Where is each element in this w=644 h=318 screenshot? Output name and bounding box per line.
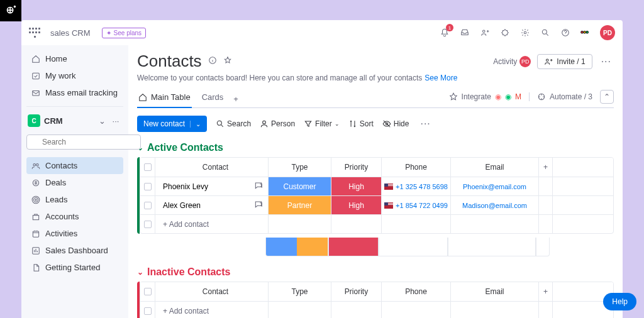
monday-logo-icon[interactable] bbox=[580, 27, 591, 38]
avatar[interactable]: PD bbox=[600, 25, 615, 40]
flag-us-icon bbox=[384, 202, 393, 209]
gear-icon[interactable] bbox=[519, 27, 531, 38]
sidebar-item-accounts[interactable]: Accounts bbox=[26, 208, 123, 225]
priority-cell[interactable]: High bbox=[331, 196, 382, 214]
email-cell[interactable]: Phoenix@email.com bbox=[451, 177, 539, 195]
phone-cell[interactable]: +1 325 478 5698 bbox=[382, 177, 451, 195]
contact-cell[interactable]: Alex Green bbox=[155, 196, 269, 214]
row-checkbox[interactable] bbox=[144, 221, 152, 228]
new-contact-button[interactable]: New contact⌄ bbox=[137, 116, 207, 132]
marketplace-icon[interactable] bbox=[499, 27, 511, 38]
chat-icon[interactable] bbox=[254, 200, 263, 211]
row-checkbox[interactable] bbox=[144, 202, 152, 209]
see-more-link[interactable]: See More bbox=[425, 74, 457, 82]
col-phone[interactable]: Phone bbox=[382, 158, 451, 177]
svg-rect-19 bbox=[33, 231, 38, 236]
sidebar-item-sales-dashboard[interactable]: Sales Dashboard bbox=[26, 242, 123, 259]
workspace-name: CRM bbox=[44, 116, 63, 126]
row-checkbox[interactable] bbox=[144, 183, 152, 190]
contact-cell[interactable]: Phoenix Levy bbox=[155, 177, 269, 195]
activity-button[interactable]: ActivityPD bbox=[493, 56, 531, 67]
col-type[interactable]: Type bbox=[269, 158, 331, 177]
sidebar-my-work[interactable]: My work bbox=[26, 67, 123, 84]
row-checkbox[interactable] bbox=[144, 307, 152, 315]
group-inactive-toggle[interactable]: ⌄Inactive Contacts bbox=[137, 266, 614, 278]
phone-cell[interactable]: +1 854 722 0499 bbox=[382, 196, 451, 214]
toolbar-more-icon[interactable]: ··· bbox=[418, 116, 433, 132]
table-row[interactable]: Phoenix LevyCustomerHigh+1 325 478 5698P… bbox=[140, 177, 613, 195]
svg-point-25 bbox=[263, 121, 266, 124]
search-icon[interactable] bbox=[540, 27, 551, 38]
hide-button[interactable]: Hide bbox=[382, 119, 409, 128]
tab-main-table[interactable]: Main Table bbox=[137, 90, 192, 108]
sidebar-item-contacts[interactable]: Contacts bbox=[26, 157, 123, 174]
col-type[interactable]: Type bbox=[269, 282, 331, 301]
apps-menu-icon[interactable] bbox=[29, 27, 40, 38]
sidebar-item-label: Activities bbox=[45, 229, 77, 238]
help-icon[interactable] bbox=[560, 27, 571, 38]
col-contact[interactable]: Contact bbox=[155, 158, 269, 177]
star-icon[interactable] bbox=[223, 56, 232, 67]
notifications-icon[interactable]: 1 bbox=[439, 27, 450, 38]
group-active-toggle[interactable]: ⌄Active Contacts bbox=[137, 142, 614, 153]
svg-point-24 bbox=[217, 121, 221, 125]
sidebar-workspace-header[interactable]: C CRM ⌄ ··· bbox=[26, 112, 123, 129]
filter-button[interactable]: Filter⌄ bbox=[304, 119, 340, 128]
invite-member-icon[interactable] bbox=[479, 27, 491, 38]
svg-point-7 bbox=[584, 31, 586, 33]
svg-point-4 bbox=[542, 30, 547, 34]
type-cell[interactable]: Partner bbox=[269, 196, 331, 214]
search-button[interactable]: Search bbox=[216, 119, 251, 128]
sidebar-item-deals[interactable]: Deals bbox=[26, 174, 123, 191]
sidebar-mass-label: Mass email tracking bbox=[45, 88, 118, 97]
col-email[interactable]: Email bbox=[451, 158, 539, 177]
page-title: Contacts bbox=[137, 52, 202, 71]
sidebar-home-label: Home bbox=[45, 54, 67, 63]
add-column-button[interactable]: + bbox=[539, 158, 553, 177]
svg-point-2 bbox=[483, 30, 486, 33]
col-phone[interactable]: Phone bbox=[382, 282, 451, 301]
chevron-down-icon[interactable]: ⌄ bbox=[99, 116, 106, 126]
sort-button[interactable]: Sort bbox=[348, 119, 374, 128]
help-button[interactable]: Help bbox=[603, 293, 636, 310]
chat-icon[interactable] bbox=[254, 181, 263, 192]
invite-button[interactable]: Invite / 1 bbox=[537, 54, 592, 69]
workspace-more-icon[interactable]: ··· bbox=[109, 116, 122, 126]
sidebar-home[interactable]: Home bbox=[26, 50, 123, 67]
info-icon[interactable] bbox=[208, 56, 217, 67]
col-email[interactable]: Email bbox=[451, 282, 539, 301]
integrate-button[interactable]: Integrate◉◉M bbox=[449, 92, 521, 101]
svg-point-3 bbox=[524, 31, 526, 34]
sidebar-search-input[interactable] bbox=[26, 134, 141, 150]
see-plans-button[interactable]: ✦See plans bbox=[102, 28, 146, 38]
email-cell[interactable]: Madison@email.com bbox=[451, 196, 539, 214]
col-priority[interactable]: Priority bbox=[331, 282, 382, 301]
select-all-checkbox[interactable] bbox=[144, 163, 152, 171]
tab-cards[interactable]: Cards bbox=[201, 90, 225, 108]
priority-cell[interactable]: High bbox=[331, 177, 382, 195]
sidebar-mywork-label: My work bbox=[45, 71, 75, 80]
board-icon bbox=[31, 195, 40, 204]
collapse-icon[interactable]: ⌃ bbox=[600, 90, 614, 104]
select-all-checkbox[interactable] bbox=[144, 288, 152, 295]
sidebar-item-activities[interactable]: Activities bbox=[26, 225, 123, 242]
home-icon bbox=[31, 55, 40, 63]
activity-avatar: PD bbox=[519, 56, 531, 67]
sidebar-item-leads[interactable]: Leads bbox=[26, 191, 123, 208]
type-cell[interactable]: Customer bbox=[269, 177, 331, 195]
add-contact-button[interactable]: + Add contact bbox=[155, 302, 269, 318]
col-contact[interactable]: Contact bbox=[155, 282, 269, 301]
inbox-icon[interactable] bbox=[459, 27, 470, 38]
tab-add-button[interactable]: + bbox=[233, 94, 238, 104]
sidebar-mass-email[interactable]: Mass email tracking bbox=[26, 84, 123, 101]
table-row[interactable]: Alex GreenPartnerHigh+1 854 722 0499Madi… bbox=[140, 195, 613, 214]
board-icon bbox=[31, 263, 40, 272]
automate-button[interactable]: Automate / 3 bbox=[537, 92, 592, 101]
col-priority[interactable]: Priority bbox=[331, 158, 382, 177]
add-contact-button[interactable]: + Add contact bbox=[155, 215, 269, 233]
page-more-icon[interactable]: ··· bbox=[599, 53, 614, 70]
chevron-down-icon[interactable]: ⌄ bbox=[190, 121, 201, 128]
sidebar-item-getting-started[interactable]: Getting Started bbox=[26, 259, 123, 276]
person-filter-button[interactable]: Person bbox=[260, 119, 295, 128]
add-column-button[interactable]: + bbox=[539, 282, 553, 301]
